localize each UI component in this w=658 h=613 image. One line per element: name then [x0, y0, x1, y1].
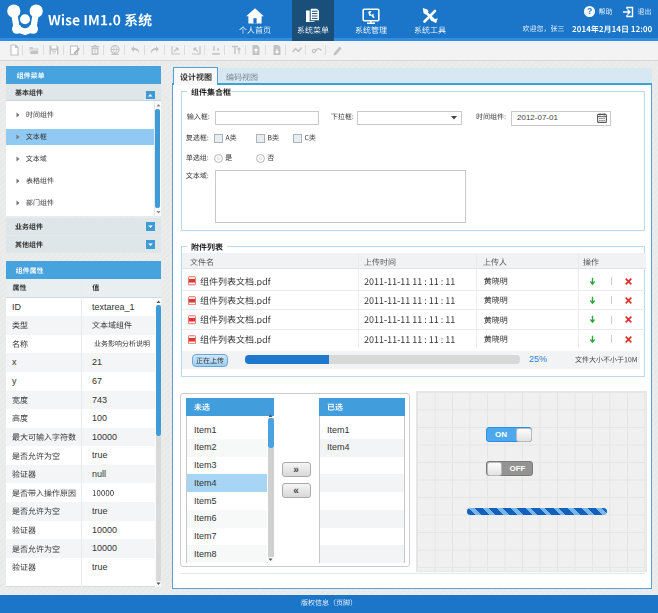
svg-text:?: ?	[587, 6, 592, 16]
